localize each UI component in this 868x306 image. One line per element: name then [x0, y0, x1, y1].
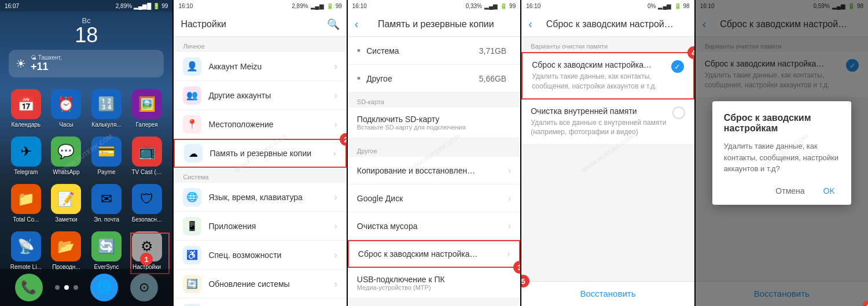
dot-1 [55, 285, 60, 290]
account-label: Аккаунт Meizu [208, 62, 334, 71]
app-remote[interactable]: 📡 Remote Li... [9, 231, 43, 270]
email-label: Эл. почта [94, 216, 119, 223]
status-bar-4: 16:10 0% ▂▄▆ 🔋 98 [521, 0, 694, 12]
restore-button[interactable]: Восстановить [580, 289, 635, 298]
back-button-4[interactable]: ‹ [528, 17, 532, 31]
tvcast-icon: 📺 [132, 137, 162, 167]
sd-section-label: SD-карта [348, 93, 520, 108]
dock-browser[interactable]: 🌐 [90, 274, 118, 301]
settings-item-other-accounts[interactable]: 👥 Другие аккаунты [174, 81, 346, 110]
personal-section-label: Личное [174, 37, 346, 52]
app-tvcast[interactable]: 📺 TV Cast (… [130, 137, 164, 175]
app-notes[interactable]: 📝 Заметки [49, 184, 84, 223]
app-gallery[interactable]: 🖼️ Галерея [130, 89, 164, 128]
weather-temp: +11 [31, 61, 62, 73]
factory-reset-option[interactable]: Сброс к заводским настройка… Удалить так… [521, 52, 694, 99]
step-6-badge: 6 [862, 300, 868, 306]
location-arrow [334, 119, 337, 130]
battery-level: 99 [161, 3, 168, 9]
app-whatsapp[interactable]: 💬 WhatsApp [49, 137, 84, 175]
dialog-title: Сброс к заводским настройкам [724, 113, 840, 134]
backup-item[interactable]: Копирование и восстановлен… [348, 157, 520, 185]
dialog-ok-button[interactable]: OK [819, 184, 840, 198]
internal-memory-radio[interactable] [672, 106, 685, 119]
date-number: 18 [0, 25, 172, 46]
search-button[interactable]: 🔍 [327, 18, 340, 31]
notes-label: Заметки [55, 216, 77, 223]
app-calculator[interactable]: 🔢 Калькуля... [89, 89, 124, 128]
status-bar-3: 16:10 0,33% ▂▄▆ 🔋 99 [348, 0, 520, 12]
calendar-icon: 📅 [11, 89, 41, 119]
settings-item-account[interactable]: 👤 Аккаунт Meizu [174, 52, 346, 81]
backup-arrow [508, 165, 511, 176]
app-security[interactable]: 🛡 Безопасн... [130, 184, 164, 223]
reset-label: Сброс к заводским настройка… [358, 249, 507, 259]
settings-item-about[interactable]: ℹ О телефоне [174, 298, 346, 306]
usb-item[interactable]: USB-подключение к ПК Медиа-устройство (М… [348, 268, 520, 298]
dialog-cancel-button[interactable]: Отмена [771, 184, 809, 198]
home-screen: 16:07 2,89% ▂▄▆█ 🔋 99 Вс 18 ☀ 🌤 Ташкент,… [0, 0, 172, 306]
weather-widget: ☀ 🌤 Ташкент, +11 [9, 50, 164, 78]
status-icons: 2,89% ▂▄▆█ 🔋 99 [116, 3, 168, 9]
internal-memory-option[interactable]: Очистка внутренней памяти Удалить все да… [521, 99, 694, 145]
app-eversync[interactable]: 🔄 EverSync [89, 231, 124, 270]
settings-item-apps[interactable]: 📱 Приложения [174, 212, 346, 241]
weather-sun-icon: ☀ [16, 57, 26, 71]
calculator-label: Калькуля... [91, 121, 121, 128]
settings-item-language[interactable]: 🌐 Язык, время, клавиатура [174, 183, 346, 212]
app-totalco[interactable]: 📁 Total Co... [9, 184, 43, 223]
clock-label: Часы [59, 121, 73, 128]
dock-dots [55, 285, 78, 290]
app-telegram[interactable]: ✈ Telegram [9, 137, 43, 175]
status-time: 16:07 [5, 3, 19, 9]
dot-2 [64, 285, 69, 290]
apps-label: Приложения [208, 222, 334, 231]
dialog-text: Удалить такие данные, как контакты, сооб… [724, 141, 840, 175]
back-button-3[interactable]: ‹ [355, 17, 359, 31]
reset-screen: 16:10 0% ▂▄▆ 🔋 98 ‹ Сброс к заводским на… [521, 0, 694, 306]
other-size: 5,66GB [479, 74, 506, 83]
security-label: Безопасн... [132, 216, 162, 223]
settings-background: 16:10 2,89% ▂▄▆ 🔋 99 Настройки 🔍 Личное … [174, 0, 346, 306]
confirm-background: 16:10 0,59% ▂▄▆ 🔋 98 ‹ Сброс к заводским… [696, 0, 868, 306]
battery-icon-2: 🔋 [326, 3, 333, 9]
gdrive-item[interactable]: Google Диск [348, 185, 520, 212]
settings-item-accessibility[interactable]: ♿ Спец. возможности [174, 241, 346, 270]
app-clock[interactable]: ⏰ Часы [49, 89, 84, 128]
reset-page-title: Сброс к заводским настрой… [546, 19, 674, 30]
signal-icon: ▂▄▆█ [134, 3, 151, 9]
memory-header: ‹ Память и резервные копии [348, 12, 520, 37]
dock-camera[interactable]: ⊙ [130, 274, 158, 301]
app-calendar[interactable]: 📅 Календарь [9, 89, 43, 128]
factory-reset-radio[interactable]: ✓ [671, 60, 684, 73]
settings-item-memory[interactable]: ☁ Память и резервные копии 2 [174, 139, 346, 168]
app-grid-row2: ✈ Telegram 💬 WhatsApp 💳 Payme 📺 TV Cast … [0, 131, 172, 181]
eversync-icon: 🔄 [91, 231, 122, 261]
whatsapp-icon: 💬 [51, 137, 81, 167]
step-4-badge: 4 [687, 46, 694, 59]
remote-icon: 📡 [11, 231, 41, 261]
signal-icon-2: ▂▄▆ [311, 3, 324, 9]
battery-percent: 2,89% [116, 3, 132, 9]
step-2-badge: 2 [340, 133, 347, 146]
reset-item[interactable]: Сброс к заводским настройка… 3 [348, 240, 520, 268]
cleanup-item[interactable]: Очистка мусора [348, 212, 520, 240]
settings-item-location[interactable]: 📍 Местоположение [174, 110, 346, 139]
factory-reset-title: Сброс к заводским настройка… [532, 60, 666, 69]
gallery-icon: 🖼️ [132, 89, 162, 119]
status-icons-4: 0% ▂▄▆ 🔋 98 [648, 3, 690, 9]
app-email[interactable]: ✉ Эл. почта [89, 184, 124, 223]
internal-memory-title: Очистка внутренней памяти [531, 106, 667, 116]
reset-arrow [507, 249, 510, 259]
home-background: 16:07 2,89% ▂▄▆█ 🔋 99 Вс 18 ☀ 🌤 Ташкент,… [0, 0, 172, 306]
app-payme[interactable]: 💳 Payme [89, 137, 124, 175]
calendar-label: Календарь [12, 121, 41, 128]
dialog-actions: Отмена OK [724, 184, 840, 198]
settings-item-update[interactable]: 🔄 Обновление системы [174, 270, 346, 298]
other-label: Другое [366, 74, 479, 83]
sd-action-label: Подключить SD-карту [357, 115, 466, 124]
app-filemanager[interactable]: 📂 Проводн... [49, 231, 84, 270]
dialog-overlay: Сброс к заводским настройкам Удалить так… [696, 0, 868, 306]
dock-phone[interactable]: 📞 [15, 274, 43, 301]
apps-arrow [334, 221, 337, 231]
